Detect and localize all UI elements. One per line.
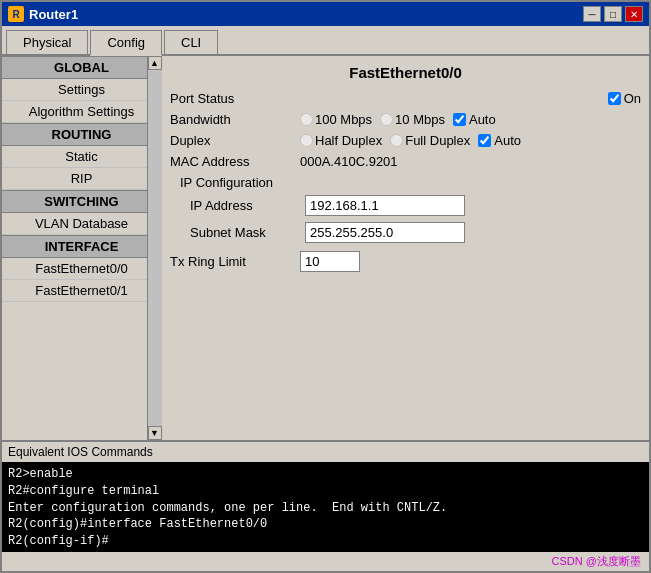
scroll-up-button[interactable]: ▲: [148, 56, 162, 70]
bottom-section: Equivalent IOS Commands R2>enable R2#con…: [2, 440, 649, 571]
console-line-4: R2(config-if)#: [8, 533, 643, 550]
titlebar-controls: ─ □ ✕: [583, 6, 643, 22]
duplex-full-radio[interactable]: [390, 134, 403, 147]
sidebar: GLOBAL Settings Algorithm Settings ROUTI…: [2, 56, 162, 440]
sidebar-item-algorithm-settings[interactable]: Algorithm Settings: [2, 101, 161, 123]
port-status-row: Port Status On: [170, 91, 641, 106]
duplex-label: Duplex: [170, 133, 300, 148]
window-title: Router1: [29, 7, 78, 22]
duplex-auto-option[interactable]: Auto: [478, 133, 521, 148]
sidebar-item-fastethernet01[interactable]: FastEthernet0/1: [2, 280, 161, 302]
duplex-auto-checkbox[interactable]: [478, 134, 491, 147]
duplex-half-radio[interactable]: [300, 134, 313, 147]
panel-title: FastEthernet0/0: [170, 64, 641, 81]
ip-address-input[interactable]: [305, 195, 465, 216]
subnet-mask-label: Subnet Mask: [190, 225, 305, 240]
titlebar: R Router1 ─ □ ✕: [2, 2, 649, 26]
txring-input[interactable]: [300, 251, 360, 272]
tab-bar: Physical Config CLI: [2, 26, 649, 56]
main-content: GLOBAL Settings Algorithm Settings ROUTI…: [2, 56, 649, 440]
port-status-on-label: On: [624, 91, 641, 106]
sidebar-section-global: GLOBAL: [2, 56, 161, 79]
duplex-full-label: Full Duplex: [405, 133, 470, 148]
console-area[interactable]: R2>enable R2#configure terminal Enter co…: [2, 462, 649, 552]
close-button[interactable]: ✕: [625, 6, 643, 22]
bandwidth-10-radio[interactable]: [380, 113, 393, 126]
subnet-mask-input[interactable]: [305, 222, 465, 243]
scroll-track: [148, 70, 162, 426]
bandwidth-100-option[interactable]: 100 Mbps: [300, 112, 372, 127]
bandwidth-auto-label: Auto: [469, 112, 496, 127]
subnet-mask-row: Subnet Mask: [170, 222, 641, 243]
bandwidth-label: Bandwidth: [170, 112, 300, 127]
port-status-controls: On: [608, 91, 641, 106]
scroll-down-button[interactable]: ▼: [148, 426, 162, 440]
duplex-full-option[interactable]: Full Duplex: [390, 133, 470, 148]
sidebar-section-interface: INTERFACE: [2, 235, 161, 258]
port-status-checkbox[interactable]: [608, 92, 621, 105]
sidebar-item-settings[interactable]: Settings: [2, 79, 161, 101]
app-icon: R: [8, 6, 24, 22]
console-line-2: Enter configuration commands, one per li…: [8, 500, 643, 517]
ip-config-title: IP Configuration: [170, 175, 641, 190]
sidebar-item-rip[interactable]: RIP: [2, 168, 161, 190]
tab-physical[interactable]: Physical: [6, 30, 88, 54]
console-line-3: R2(config)#interface FastEthernet0/0: [8, 516, 643, 533]
bandwidth-controls: 100 Mbps 10 Mbps Auto: [300, 112, 641, 127]
ip-config-section: IP Configuration IP Address Subnet Mask: [170, 175, 641, 243]
sidebar-item-fastethernet00[interactable]: FastEthernet0/0: [2, 258, 161, 280]
minimize-button[interactable]: ─: [583, 6, 601, 22]
sidebar-item-static[interactable]: Static: [2, 146, 161, 168]
ios-label: Equivalent IOS Commands: [2, 442, 649, 462]
port-status-label: Port Status: [170, 91, 300, 106]
mac-label: MAC Address: [170, 154, 300, 169]
watermark: CSDN @浅度断墨: [2, 552, 649, 571]
bandwidth-10-label: 10 Mbps: [395, 112, 445, 127]
duplex-half-label: Half Duplex: [315, 133, 382, 148]
bandwidth-100-label: 100 Mbps: [315, 112, 372, 127]
duplex-row: Duplex Half Duplex Full Duplex Auto: [170, 133, 641, 148]
sidebar-item-vlan-database[interactable]: VLAN Database: [2, 213, 161, 235]
bandwidth-row: Bandwidth 100 Mbps 10 Mbps Auto: [170, 112, 641, 127]
right-panel: FastEthernet0/0 Port Status On Bandwidth…: [162, 56, 649, 440]
mac-value: 000A.410C.9201: [300, 154, 398, 169]
sidebar-section-routing: ROUTING: [2, 123, 161, 146]
maximize-button[interactable]: □: [604, 6, 622, 22]
ip-address-row: IP Address: [170, 195, 641, 216]
sidebar-section-switching: SWITCHING: [2, 190, 161, 213]
sidebar-inner: GLOBAL Settings Algorithm Settings ROUTI…: [2, 56, 161, 440]
txring-row: Tx Ring Limit: [170, 251, 641, 272]
bandwidth-auto-checkbox[interactable]: [453, 113, 466, 126]
tab-cli[interactable]: CLI: [164, 30, 218, 54]
duplex-controls: Half Duplex Full Duplex Auto: [300, 133, 641, 148]
bandwidth-auto-option[interactable]: Auto: [453, 112, 496, 127]
console-line-0: R2>enable: [8, 466, 643, 483]
bandwidth-100-radio[interactable]: [300, 113, 313, 126]
tab-config[interactable]: Config: [90, 30, 162, 56]
mac-row: MAC Address 000A.410C.9201: [170, 154, 641, 169]
titlebar-left: R Router1: [8, 6, 78, 22]
sidebar-scrollbar[interactable]: ▲ ▼: [147, 56, 161, 440]
txring-label: Tx Ring Limit: [170, 254, 300, 269]
duplex-half-option[interactable]: Half Duplex: [300, 133, 382, 148]
main-window: R Router1 ─ □ ✕ Physical Config CLI GLOB…: [0, 0, 651, 573]
duplex-auto-label: Auto: [494, 133, 521, 148]
bandwidth-10-option[interactable]: 10 Mbps: [380, 112, 445, 127]
ip-address-label: IP Address: [190, 198, 305, 213]
console-line-1: R2#configure terminal: [8, 483, 643, 500]
